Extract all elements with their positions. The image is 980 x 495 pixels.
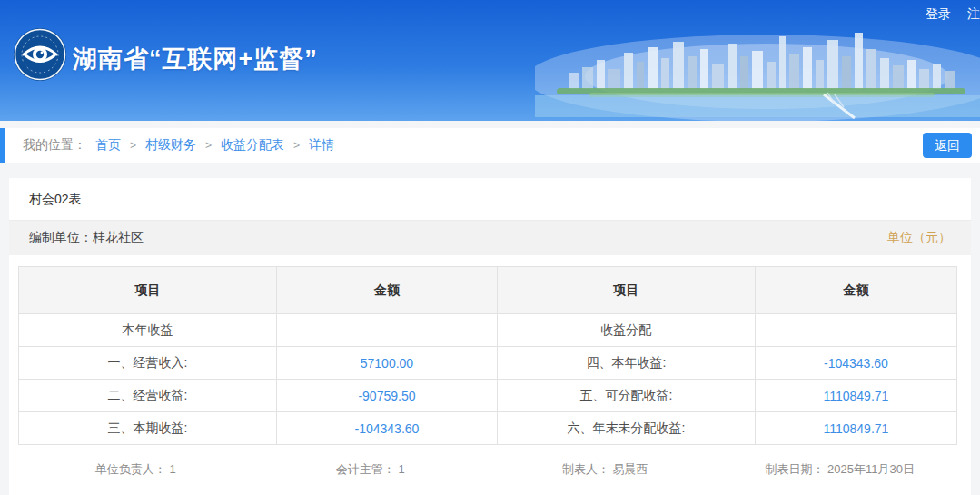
report-date-label: 制表日期： 2025年11月30日 bbox=[723, 461, 958, 478]
city-skyline-image bbox=[535, 16, 980, 121]
report-code: 村会02表 bbox=[9, 178, 971, 221]
column-header-item-right: 项目 bbox=[497, 267, 755, 314]
table-row: 一、经营收入: 57100.00 四、本年收益: -104343.60 bbox=[19, 347, 957, 380]
item-cell: 六、年末未分配收益: bbox=[497, 412, 755, 445]
breadcrumb-item-home[interactable]: 首页 bbox=[95, 137, 121, 153]
compiling-unit-label: 编制单位：桂花社区 bbox=[29, 230, 144, 246]
item-cell: 二、经营收益: bbox=[19, 380, 277, 412]
table-header-row: 项目 金额 项目 金额 bbox=[19, 267, 957, 314]
item-cell: 收益分配 bbox=[497, 314, 755, 347]
column-header-amount-left: 金额 bbox=[277, 267, 498, 314]
breadcrumb-separator: > bbox=[205, 139, 212, 152]
table-row: 本年收益 收益分配 bbox=[19, 314, 957, 347]
accounting-supervisor-label: 会计主管： 1 bbox=[253, 461, 489, 478]
column-header-amount-right: 金额 bbox=[755, 267, 956, 314]
login-link[interactable]: 登录 bbox=[926, 6, 951, 23]
value-cell bbox=[277, 314, 498, 347]
breadcrumb-item-income-distribution[interactable]: 收益分配表 bbox=[221, 137, 284, 153]
item-cell: 一、经营收入: bbox=[19, 347, 277, 380]
unit-head-label: 单位负责人： 1 bbox=[18, 461, 253, 478]
value-cell: 57100.00 bbox=[277, 347, 498, 380]
item-cell: 五、可分配收益: bbox=[497, 380, 755, 412]
preparer-label: 制表人： 易晨西 bbox=[488, 461, 723, 478]
item-cell: 三、本期收益: bbox=[19, 412, 277, 445]
top-links: 登录 注册 bbox=[926, 6, 980, 23]
back-button[interactable]: 返回 bbox=[923, 133, 972, 158]
breadcrumb-prefix: 我的位置： bbox=[23, 137, 86, 153]
column-header-item-left: 项目 bbox=[19, 267, 277, 314]
unit-bar: 编制单位：桂花社区 单位（元） bbox=[9, 221, 971, 255]
page-title: 湖南省“互联网+监督” bbox=[73, 43, 318, 75]
table-row: 三、本期收益: -104343.60 六、年末未分配收益: 1110849.71 bbox=[19, 412, 957, 445]
table-row: 二、经营收益: -90759.50 五、可分配收益: 1110849.71 bbox=[19, 380, 957, 412]
report-table: 项目 金额 项目 金额 本年收益 收益分配 一、经营收入: 57100.00 四… bbox=[18, 266, 957, 445]
value-cell: 1110849.71 bbox=[755, 380, 956, 412]
breadcrumb-bar: 我的位置： 首页 > 村级财务 > 收益分配表 > 详情 返回 bbox=[0, 128, 980, 163]
value-cell: 1110849.71 bbox=[755, 412, 956, 445]
site-header: 湖南省“互联网+监督” 登录 注册 bbox=[0, 0, 980, 121]
breadcrumb-separator: > bbox=[130, 139, 136, 152]
register-link[interactable]: 注册 bbox=[967, 6, 980, 23]
item-cell: 本年收益 bbox=[19, 314, 277, 347]
value-cell: -104343.60 bbox=[277, 412, 498, 445]
breadcrumb-separator: > bbox=[293, 139, 300, 152]
site-logo bbox=[13, 27, 67, 82]
value-cell bbox=[755, 314, 956, 347]
breadcrumb-item-detail[interactable]: 详情 bbox=[309, 137, 334, 153]
currency-unit-label: 单位（元） bbox=[887, 230, 951, 246]
breadcrumb: 我的位置： 首页 > 村级财务 > 收益分配表 > 详情 bbox=[23, 137, 334, 153]
report-table-wrap: 项目 金额 项目 金额 本年收益 收益分配 一、经营收入: 57100.00 四… bbox=[18, 266, 957, 445]
report-footer: 单位负责人： 1 会计主管： 1 制表人： 易晨西 制表日期： 2025年11月… bbox=[9, 445, 971, 483]
value-cell: -104343.60 bbox=[755, 347, 956, 380]
value-cell: -90759.50 bbox=[277, 380, 498, 412]
item-cell: 四、本年收益: bbox=[497, 347, 755, 380]
report-card: 村会02表 编制单位：桂花社区 单位（元） 项目 金额 项目 金额 本年收益 bbox=[9, 178, 971, 495]
breadcrumb-item-village-finance[interactable]: 村级财务 bbox=[145, 137, 196, 153]
